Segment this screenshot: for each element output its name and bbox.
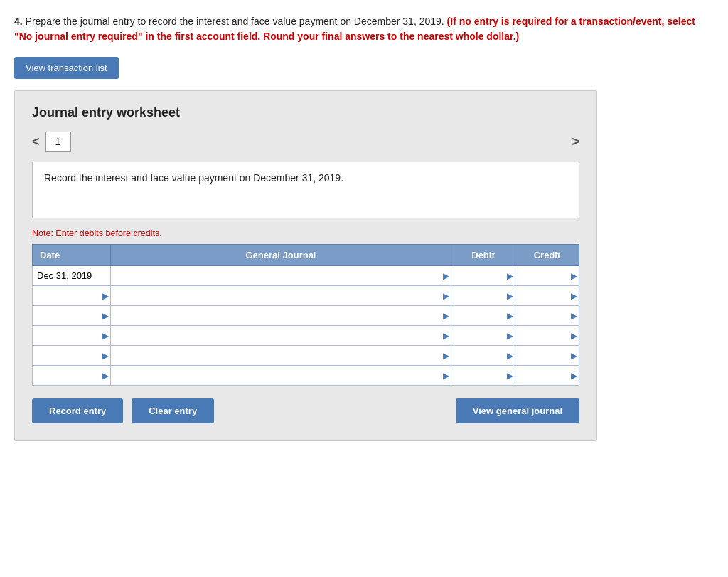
input-journal-4[interactable] [111,346,451,365]
input-date-0[interactable] [33,266,110,285]
nav-left: < 1 [32,132,71,152]
table-row: ▶▶▶▶ [33,346,579,366]
input-debit-4[interactable] [451,346,515,365]
input-journal-2[interactable] [111,306,451,325]
prev-arrow-button[interactable]: < [32,134,40,149]
input-credit-0[interactable] [515,266,579,285]
cell-debit-1[interactable]: ▶ [451,286,515,306]
question-body-normal: Prepare the journal entry to record the … [26,16,447,27]
input-journal-0[interactable] [111,266,451,285]
cell-debit-0[interactable]: ▶ [451,266,515,286]
cell-journal-1[interactable]: ▶ [111,286,451,306]
header-credit: Credit [515,245,579,266]
cell-date-4[interactable]: ▶ [33,346,111,366]
cell-debit-2[interactable]: ▶ [451,306,515,326]
worksheet-title: Journal entry worksheet [32,105,579,120]
cell-credit-1[interactable]: ▶ [515,286,579,306]
cell-journal-0[interactable]: ▶ [111,266,451,286]
view-transaction-button[interactable]: View transaction list [14,57,119,79]
input-journal-1[interactable] [111,286,451,305]
input-date-5[interactable] [33,366,110,385]
header-debit: Debit [451,245,515,266]
input-credit-2[interactable] [515,306,579,325]
cell-journal-4[interactable]: ▶ [111,346,451,366]
table-row: ▶▶▶▶ [33,366,579,386]
clear-entry-button[interactable]: Clear entry [132,398,214,423]
input-date-1[interactable] [33,286,110,305]
cell-credit-2[interactable]: ▶ [515,306,579,326]
cell-date-2[interactable]: ▶ [33,306,111,326]
input-date-3[interactable] [33,326,110,345]
cell-credit-3[interactable]: ▶ [515,326,579,346]
cell-debit-5[interactable]: ▶ [451,366,515,386]
next-arrow-button[interactable]: > [572,134,579,149]
note-text: Note: Enter debits before credits. [32,228,579,238]
cell-date-0[interactable] [33,266,111,286]
page-number: 1 [46,132,71,152]
cell-date-5[interactable]: ▶ [33,366,111,386]
button-row: Record entry Clear entry View general jo… [32,398,579,423]
input-credit-5[interactable] [515,366,579,385]
cell-credit-5[interactable]: ▶ [515,366,579,386]
input-date-2[interactable] [33,306,110,325]
input-credit-1[interactable] [515,286,579,305]
table-row: ▶▶▶▶ [33,286,579,306]
description-box: Record the interest and face value payme… [32,162,579,218]
question-number: 4. [14,16,23,27]
table-row: ▶▶▶▶ [33,306,579,326]
input-journal-3[interactable] [111,326,451,345]
cell-journal-2[interactable]: ▶ [111,306,451,326]
table-row: ▶▶▶ [33,266,579,286]
description-text: Record the interest and face value payme… [44,172,343,184]
input-debit-2[interactable] [451,306,515,325]
record-entry-button[interactable]: Record entry [32,398,123,423]
input-credit-4[interactable] [515,346,579,365]
nav-row: < 1 > [32,132,579,152]
input-debit-5[interactable] [451,366,515,385]
input-journal-5[interactable] [111,366,451,385]
view-general-journal-button[interactable]: View general journal [456,398,579,423]
header-date: Date [33,245,111,266]
input-debit-1[interactable] [451,286,515,305]
input-credit-3[interactable] [515,326,579,345]
input-debit-3[interactable] [451,326,515,345]
cell-date-3[interactable]: ▶ [33,326,111,346]
cell-journal-5[interactable]: ▶ [111,366,451,386]
cell-credit-4[interactable]: ▶ [515,346,579,366]
table-row: ▶▶▶▶ [33,326,579,346]
cell-credit-0[interactable]: ▶ [515,266,579,286]
journal-table: Date General Journal Debit Credit ▶▶▶▶▶▶… [32,244,579,386]
input-date-4[interactable] [33,346,110,365]
cell-debit-3[interactable]: ▶ [451,326,515,346]
cell-date-1[interactable]: ▶ [33,286,111,306]
cell-debit-4[interactable]: ▶ [451,346,515,366]
header-general-journal: General Journal [111,245,451,266]
cell-journal-3[interactable]: ▶ [111,326,451,346]
input-debit-0[interactable] [451,266,515,285]
worksheet-container: Journal entry worksheet < 1 > Record the… [14,90,597,441]
question-text: 4. Prepare the journal entry to record t… [14,14,714,44]
